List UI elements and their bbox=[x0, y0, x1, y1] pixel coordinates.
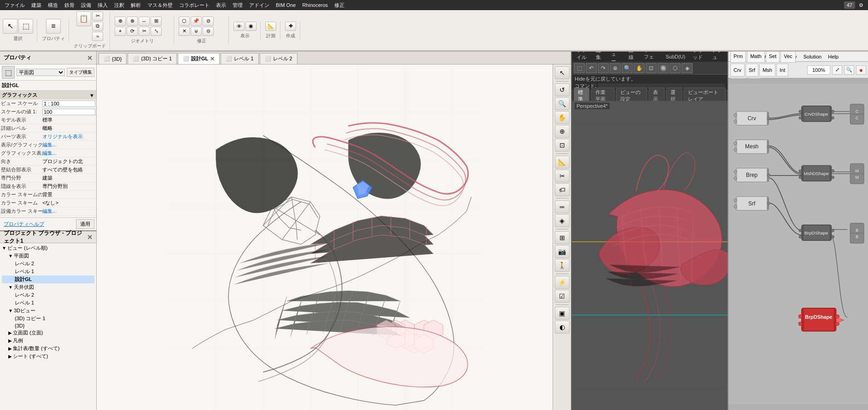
gh-menu-solution[interactable]: Solution bbox=[800, 53, 824, 60]
vg-value[interactable]: 編集... bbox=[42, 141, 95, 148]
rhino-tool-10[interactable]: ◈ bbox=[682, 63, 693, 73]
tool-pan[interactable]: ✋ bbox=[555, 111, 570, 124]
browser-tree-item[interactable]: レベル 1 bbox=[2, 299, 94, 307]
menu-collaborate[interactable]: コラボレート bbox=[176, 1, 212, 10]
rhino-tool-5[interactable]: 🔍 bbox=[622, 63, 633, 73]
prop-help-link[interactable]: プロパティヘルプ bbox=[2, 220, 46, 228]
rotate-btn[interactable]: ⟳ bbox=[127, 27, 138, 36]
show-element-btn[interactable]: ◉ bbox=[245, 22, 256, 31]
tab-3d[interactable]: ⬜ {3D} bbox=[99, 53, 127, 64]
tool-thin-lines[interactable]: ═ bbox=[555, 200, 570, 213]
tool-app1[interactable]: ▣ bbox=[555, 307, 570, 320]
tool-zoom[interactable]: 🔍 bbox=[555, 97, 570, 110]
gh-btn-math[interactable]: Math bbox=[747, 52, 764, 63]
tool-walkthrough[interactable]: 🚶 bbox=[555, 259, 570, 272]
prop-header-graphics[interactable]: グラフィックス ▼ bbox=[0, 91, 96, 100]
gh-zoom-btn[interactable]: 🔍 bbox=[844, 65, 854, 75]
gh-btn-set[interactable]: Set bbox=[766, 52, 780, 63]
tab-3d-copy1[interactable]: ⬜ (3D) コピー 1 bbox=[128, 53, 177, 64]
pin-btn[interactable]: 📌 bbox=[191, 17, 202, 26]
scale-btn[interactable]: ⤡ bbox=[151, 27, 162, 36]
copy-btn[interactable]: ⧉ bbox=[92, 22, 103, 31]
menu-steel[interactable]: 鉄骨 bbox=[62, 1, 77, 10]
properties-close-btn[interactable]: ✕ bbox=[87, 54, 93, 62]
rhino-3d-viewport[interactable]: Perspective4* bbox=[572, 101, 728, 410]
trim-btn[interactable]: ✂ bbox=[139, 27, 150, 36]
rhino-tool-7[interactable]: ⊡ bbox=[646, 63, 657, 73]
apply-btn[interactable]: 適用 bbox=[76, 219, 94, 229]
rhino-tool-6[interactable]: ✋ bbox=[634, 63, 645, 73]
unpin-btn[interactable]: ⊘ bbox=[203, 17, 214, 26]
menu-addins[interactable]: アドイン bbox=[246, 1, 272, 10]
rhino-tool-4[interactable]: ⊕ bbox=[610, 63, 621, 73]
delete-btn[interactable]: ✕ bbox=[179, 27, 190, 36]
tool-zoom-fit[interactable]: ⊡ bbox=[555, 139, 570, 152]
browser-tree-item[interactable]: ▼平面図 bbox=[2, 252, 94, 260]
menu-manage[interactable]: 管理 bbox=[230, 1, 245, 10]
tool-arrow[interactable]: ↖ bbox=[555, 66, 570, 79]
tab-level1[interactable]: ⬜ レベル 1 bbox=[221, 53, 258, 64]
scale-num-value[interactable]: 100 bbox=[42, 109, 95, 115]
tab-close-sekkeigl[interactable]: ✕ bbox=[210, 56, 215, 62]
rhino-menu-subd[interactable]: SubD(U) bbox=[663, 53, 688, 60]
measure-btn[interactable]: 📐 bbox=[265, 22, 276, 31]
filter-btn[interactable]: ⬚ bbox=[18, 19, 33, 34]
rhino-tool-9[interactable]: ⬡ bbox=[670, 63, 681, 73]
browser-tree-item[interactable]: ▶シート (すべて) bbox=[2, 352, 94, 359]
browser-tree-item[interactable]: ▼3Dビュー bbox=[2, 307, 94, 315]
browser-tree-item[interactable]: {3D} bbox=[2, 322, 94, 329]
menu-architecture[interactable]: 建築 bbox=[29, 1, 44, 10]
revit-viewport[interactable] bbox=[97, 64, 553, 410]
rhino-tool-2[interactable]: ↶ bbox=[586, 63, 597, 73]
move-btn[interactable]: ⌖ bbox=[115, 27, 126, 36]
tab-level2[interactable]: ⬜ レベル 2 bbox=[260, 53, 297, 64]
gh-btn-prm[interactable]: Prm bbox=[730, 52, 746, 63]
type-selector[interactable]: 平面図 bbox=[17, 69, 65, 76]
array-btn[interactable]: ⊞ bbox=[151, 17, 162, 26]
tool-render[interactable]: ◈ bbox=[555, 214, 570, 227]
browser-tree-item[interactable]: ▶凡例 bbox=[2, 337, 94, 345]
tool-section[interactable]: ✂ bbox=[555, 170, 570, 182]
tool-app2[interactable]: ◐ bbox=[555, 321, 570, 334]
gh-fullscreen-btn[interactable]: ⤢ bbox=[832, 65, 842, 75]
gh-record-btn[interactable]: ● bbox=[856, 65, 866, 75]
view-scale-value[interactable]: 1 : 100 bbox=[42, 100, 95, 107]
menu-rhinoceros[interactable]: Rhinoceros bbox=[299, 1, 331, 9]
gh-btn-msh[interactable]: Msh bbox=[759, 64, 775, 76]
menu-modify[interactable]: 修正 bbox=[332, 1, 347, 10]
menu-structure[interactable]: 構造 bbox=[45, 1, 61, 10]
menu-bimone[interactable]: BIM One bbox=[273, 1, 298, 9]
menu-mep[interactable]: 設備 bbox=[78, 1, 94, 10]
browser-tree-item[interactable]: レベル 2 bbox=[2, 260, 94, 268]
align-btn[interactable]: ⊕ bbox=[115, 17, 126, 26]
tab-sekkeigl[interactable]: ⬜ 設計GL ✕ bbox=[178, 53, 220, 64]
join-btn[interactable]: ⊎ bbox=[191, 27, 202, 36]
mirror-btn[interactable]: ↔ bbox=[139, 17, 150, 26]
gh-canvas[interactable]: Crv Mesh Brep bbox=[728, 78, 868, 410]
browser-tree-item[interactable]: (3D) コピー 1 bbox=[2, 315, 94, 322]
hide-element-btn[interactable]: 👁 bbox=[233, 22, 245, 31]
gh-btn-srf[interactable]: Srf bbox=[746, 64, 758, 76]
browser-tree-item[interactable]: レベル 2 bbox=[2, 291, 94, 299]
rhino-tool-1[interactable]: ⬚ bbox=[574, 63, 585, 73]
split-btn[interactable]: ⬡ bbox=[179, 17, 190, 26]
browser-tree-item[interactable]: ▶集計表/数量 (すべて) bbox=[2, 345, 94, 352]
tool-measure[interactable]: 📐 bbox=[555, 156, 570, 169]
tool-extra1[interactable]: ⚡ bbox=[555, 276, 570, 289]
offset-btn[interactable]: ⊗ bbox=[127, 17, 138, 26]
gh-zoom-input[interactable] bbox=[807, 65, 830, 75]
tool-grid[interactable]: ⊞ bbox=[555, 231, 570, 244]
tool-orbit[interactable]: ↺ bbox=[555, 83, 570, 96]
rhino-tool-3[interactable]: ↷ bbox=[598, 63, 609, 73]
properties-btn[interactable]: ≡ bbox=[46, 19, 61, 34]
gh-btn-int[interactable]: Int bbox=[776, 64, 788, 76]
gh-menu-help[interactable]: Help bbox=[825, 53, 841, 60]
menu-mass[interactable]: マス＆外壁 bbox=[145, 1, 175, 10]
browser-close-btn[interactable]: ✕ bbox=[87, 234, 93, 241]
gh-btn-crv[interactable]: Crv bbox=[730, 64, 745, 76]
tool-camera[interactable]: 📷 bbox=[555, 245, 570, 258]
unjoin-btn[interactable]: ⊝ bbox=[203, 27, 214, 36]
gh-btn-vec[interactable]: Vec bbox=[781, 52, 795, 63]
menu-insert[interactable]: 挿入 bbox=[95, 1, 111, 10]
cut-btn[interactable]: ✂ bbox=[92, 12, 103, 21]
